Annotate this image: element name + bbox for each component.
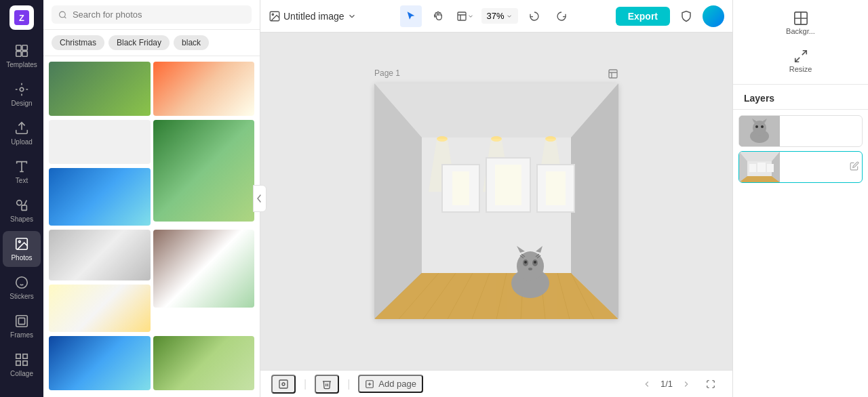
layers-header: Layers xyxy=(733,85,868,110)
svg-rect-23 xyxy=(609,70,617,78)
layer-edit-icon[interactable] xyxy=(847,159,862,176)
svg-rect-3 xyxy=(22,45,27,50)
layers-list xyxy=(733,110,868,397)
svg-point-56 xyxy=(524,261,527,264)
layer-thumbnail xyxy=(739,152,780,182)
layer-item[interactable] xyxy=(738,151,863,183)
export-button[interactable]: Export xyxy=(616,7,670,26)
add-page-button[interactable]: Add page xyxy=(358,375,423,393)
svg-rect-22 xyxy=(458,12,466,20)
layer-item[interactable] xyxy=(738,115,863,147)
svg-point-76 xyxy=(755,125,758,128)
photo-item[interactable] xyxy=(153,230,255,308)
svg-rect-85 xyxy=(757,163,766,172)
svg-point-19 xyxy=(60,12,66,18)
photo-item[interactable] xyxy=(153,120,255,222)
svg-point-21 xyxy=(272,14,273,15)
svg-rect-65 xyxy=(279,380,288,388)
top-bar-center: 37% xyxy=(362,5,610,27)
svg-point-6 xyxy=(20,87,24,91)
svg-rect-84 xyxy=(749,164,756,172)
photo-item[interactable] xyxy=(49,230,151,280)
top-bar-right: Export xyxy=(616,5,724,27)
shield-button[interactable] xyxy=(675,5,697,27)
sidebar-item-templates[interactable]: Templates xyxy=(3,38,41,74)
photo-item[interactable] xyxy=(49,168,151,226)
photo-item[interactable] xyxy=(49,285,151,332)
sidebar-item-design[interactable]: Design xyxy=(3,77,41,112)
sidebar-item-upload[interactable]: Upload xyxy=(3,115,41,151)
tag-row: Christmas Black Friday black xyxy=(43,30,260,56)
layer-thumbnail xyxy=(739,116,780,146)
photo-item[interactable] xyxy=(153,336,255,390)
undo-button[interactable] xyxy=(524,5,545,27)
tag-black[interactable]: black xyxy=(174,35,209,50)
tag-christmas[interactable]: Christmas xyxy=(52,35,104,50)
photo-item[interactable] xyxy=(49,62,151,116)
resize-tool[interactable]: Resize xyxy=(774,43,828,79)
svg-rect-5 xyxy=(22,51,27,56)
svg-rect-13 xyxy=(16,316,28,327)
main-area: Untitled image 37% xyxy=(260,0,732,397)
prev-page-button[interactable] xyxy=(639,376,655,392)
photo-item[interactable] xyxy=(153,62,255,116)
zoom-control[interactable]: 37% xyxy=(481,8,518,24)
sidebar-item-photos[interactable]: Photos xyxy=(3,231,41,267)
background-tool[interactable]: Backgr... xyxy=(774,5,828,41)
photo-item[interactable] xyxy=(49,120,151,164)
layout-tool-button[interactable] xyxy=(454,5,476,27)
svg-rect-14 xyxy=(18,318,24,324)
svg-rect-15 xyxy=(16,354,20,358)
svg-rect-51 xyxy=(546,171,566,205)
screenshot-button[interactable] xyxy=(271,375,296,394)
svg-point-11 xyxy=(18,241,20,243)
svg-point-8 xyxy=(17,201,22,205)
svg-rect-9 xyxy=(22,205,26,210)
sidebar-item-frames[interactable]: Frames xyxy=(3,308,41,344)
next-page-button[interactable] xyxy=(678,376,694,392)
search-bar xyxy=(43,0,260,30)
redo-button[interactable] xyxy=(551,5,572,27)
project-title[interactable]: Untitled image xyxy=(269,10,357,22)
fullscreen-button[interactable] xyxy=(700,373,722,395)
photos-panel: Christmas Black Friday black xyxy=(43,0,260,397)
layers-panel: Backgr... Resize Layers xyxy=(732,0,868,397)
layout-chevron-icon xyxy=(467,13,474,20)
svg-point-73 xyxy=(753,121,766,135)
hand-tool-button[interactable] xyxy=(427,5,449,27)
photo-item[interactable] xyxy=(49,336,151,390)
page-options-icon[interactable] xyxy=(608,68,618,82)
svg-point-58 xyxy=(528,268,532,270)
select-tool-button[interactable] xyxy=(400,5,422,27)
sidebar-item-text[interactable]: Text xyxy=(3,154,41,190)
tag-black-friday[interactable]: Black Friday xyxy=(108,35,170,50)
sidebar-item-stickers[interactable]: Stickers xyxy=(3,270,41,306)
canvas-page: Page 1 xyxy=(374,83,618,319)
right-tools: Backgr... Resize xyxy=(733,0,868,85)
canvas-image[interactable] xyxy=(374,83,618,319)
photo-grid xyxy=(43,56,260,397)
svg-rect-47 xyxy=(452,171,469,205)
svg-point-66 xyxy=(282,383,285,385)
svg-text:Z: Z xyxy=(19,13,24,23)
sidebar-nav: Z Templates Design Upload Text Shapes Ph… xyxy=(0,0,43,397)
bottom-bar: | | Add page 1/1 xyxy=(260,370,732,397)
delete-button[interactable] xyxy=(315,375,339,394)
svg-point-57 xyxy=(534,261,536,264)
page-counter: 1/1 xyxy=(639,373,722,395)
chevron-down-icon xyxy=(347,12,357,21)
project-icon xyxy=(269,10,281,22)
user-avatar[interactable] xyxy=(703,5,724,27)
svg-rect-2 xyxy=(16,45,21,50)
svg-rect-4 xyxy=(16,51,21,56)
sidebar-item-collage[interactable]: Collage xyxy=(3,347,41,383)
page-label: Page 1 xyxy=(374,68,400,78)
app-logo[interactable]: Z xyxy=(9,5,34,30)
sidebar-item-shapes[interactable]: Shapes xyxy=(3,192,41,228)
svg-rect-49 xyxy=(495,165,521,205)
panel-collapse-handle[interactable] xyxy=(253,185,267,212)
svg-rect-16 xyxy=(23,354,27,358)
plus-icon xyxy=(365,379,374,389)
search-input[interactable] xyxy=(73,9,245,20)
svg-rect-17 xyxy=(23,361,27,365)
